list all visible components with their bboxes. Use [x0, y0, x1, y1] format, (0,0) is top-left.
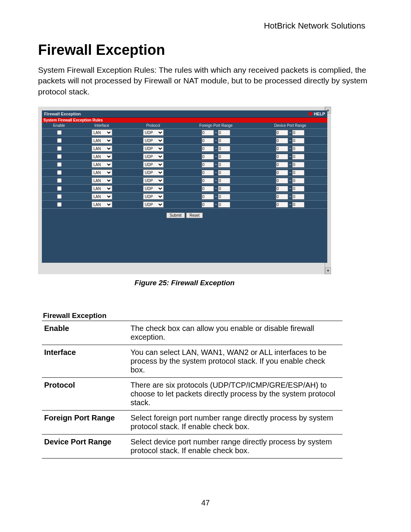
enable-checkbox[interactable] — [57, 130, 62, 135]
reset-button[interactable]: Reset — [186, 212, 203, 218]
range-separator: ~ — [214, 163, 218, 167]
range-separator: ~ — [214, 131, 218, 135]
interface-select[interactable]: LAN — [92, 201, 112, 208]
enable-checkbox[interactable] — [57, 146, 62, 151]
definition-description: There are six protocols (UDP/TCP/ICMP/GR… — [128, 378, 342, 411]
scroll-down-arrow[interactable]: ▼ — [325, 267, 331, 274]
device-port-from[interactable] — [276, 146, 288, 152]
device-port-from[interactable] — [276, 170, 288, 176]
interface-select[interactable]: LAN — [92, 145, 112, 152]
enable-checkbox[interactable] — [57, 202, 62, 207]
device-port-from[interactable] — [276, 202, 288, 208]
help-link[interactable]: HELP — [308, 112, 325, 116]
enable-checkbox[interactable] — [57, 162, 62, 167]
range-separator: ~ — [214, 187, 218, 191]
col-foreign: Foreign Port Range — [179, 123, 253, 129]
enable-checkbox[interactable] — [57, 178, 62, 183]
enable-checkbox[interactable] — [57, 154, 62, 159]
range-separator: ~ — [288, 155, 292, 159]
page-brand: HotBrick Network Solutions — [264, 21, 365, 31]
protocol-select[interactable]: UDP — [143, 201, 164, 208]
enable-checkbox[interactable] — [57, 186, 62, 191]
rule-row: LANUDP ~ ~ — [42, 169, 327, 177]
interface-select[interactable]: LAN — [92, 193, 112, 200]
help-icon — [308, 112, 313, 116]
enable-checkbox[interactable] — [57, 138, 62, 143]
interface-select[interactable]: LAN — [92, 169, 112, 176]
range-separator: ~ — [214, 179, 218, 183]
protocol-select[interactable]: UDP — [143, 153, 164, 160]
foreign-port-from[interactable] — [202, 186, 214, 192]
intro-paragraph: System Firewall Exception Rules: The rul… — [38, 65, 373, 97]
interface-select[interactable]: LAN — [92, 153, 112, 160]
protocol-select[interactable]: UDP — [143, 185, 164, 192]
foreign-port-to[interactable] — [218, 130, 230, 136]
rule-row: LANUDP ~ ~ — [42, 161, 327, 169]
interface-select[interactable]: LAN — [92, 129, 112, 136]
device-port-from[interactable] — [276, 186, 288, 192]
foreign-port-to[interactable] — [218, 146, 230, 152]
enable-checkbox[interactable] — [57, 170, 62, 175]
range-separator: ~ — [214, 203, 218, 207]
foreign-port-from[interactable] — [202, 162, 214, 168]
rule-row: LANUDP ~ ~ — [42, 153, 327, 161]
figure-container: ▲ ▼ Firewall Exception HELP System Firew… — [38, 107, 331, 274]
foreign-port-to[interactable] — [218, 194, 230, 200]
protocol-select[interactable]: UDP — [143, 137, 164, 144]
device-port-to[interactable] — [292, 146, 304, 152]
col-interface: Interface — [76, 123, 127, 129]
foreign-port-from[interactable] — [202, 202, 214, 208]
foreign-port-from[interactable] — [202, 170, 214, 176]
device-port-to[interactable] — [292, 170, 304, 176]
device-port-from[interactable] — [276, 130, 288, 136]
interface-select[interactable]: LAN — [92, 177, 112, 184]
foreign-port-to[interactable] — [218, 170, 230, 176]
enable-checkbox[interactable] — [57, 194, 62, 199]
foreign-port-to[interactable] — [218, 186, 230, 192]
device-port-to[interactable] — [292, 154, 304, 160]
device-port-to[interactable] — [292, 178, 304, 184]
foreign-port-from[interactable] — [202, 178, 214, 184]
rule-row: LANUDP ~ ~ — [42, 177, 327, 185]
page-title: Firewall Exception — [38, 42, 165, 58]
device-port-from[interactable] — [276, 138, 288, 144]
range-separator: ~ — [288, 131, 292, 135]
foreign-port-from[interactable] — [202, 138, 214, 144]
protocol-select[interactable]: UDP — [143, 169, 164, 176]
protocol-select[interactable]: UDP — [143, 177, 164, 184]
interface-select[interactable]: LAN — [92, 161, 112, 168]
foreign-port-from[interactable] — [202, 194, 214, 200]
device-port-to[interactable] — [292, 194, 304, 200]
device-port-to[interactable] — [292, 130, 304, 136]
foreign-port-to[interactable] — [218, 162, 230, 168]
foreign-port-to[interactable] — [218, 202, 230, 208]
foreign-port-from[interactable] — [202, 154, 214, 160]
protocol-select[interactable]: UDP — [143, 129, 164, 136]
figure-caption: Figure 25: Firewall Exception — [38, 279, 331, 287]
device-port-to[interactable] — [292, 202, 304, 208]
definitions-table: EnableThe check box can allow you enable… — [42, 321, 342, 459]
protocol-select[interactable]: UDP — [143, 145, 164, 152]
interface-select[interactable]: LAN — [92, 185, 112, 192]
protocol-select[interactable]: UDP — [143, 161, 164, 168]
foreign-port-to[interactable] — [218, 154, 230, 160]
definition-term: Protocol — [42, 378, 128, 411]
device-port-from[interactable] — [276, 178, 288, 184]
definition-term: Enable — [42, 321, 128, 345]
definition-term: Foreign Port Range — [42, 411, 128, 435]
col-protocol: Protocol — [127, 123, 179, 129]
foreign-port-to[interactable] — [218, 138, 230, 144]
foreign-port-from[interactable] — [202, 130, 214, 136]
device-port-from[interactable] — [276, 162, 288, 168]
foreign-port-to[interactable] — [218, 178, 230, 184]
device-port-from[interactable] — [276, 194, 288, 200]
submit-button[interactable]: Submit — [166, 212, 185, 218]
device-port-to[interactable] — [292, 162, 304, 168]
rules-banner: System Firewall Exception Rules — [42, 118, 327, 123]
device-port-to[interactable] — [292, 138, 304, 144]
foreign-port-from[interactable] — [202, 146, 214, 152]
protocol-select[interactable]: UDP — [143, 193, 164, 200]
device-port-to[interactable] — [292, 186, 304, 192]
interface-select[interactable]: LAN — [92, 137, 112, 144]
device-port-from[interactable] — [276, 154, 288, 160]
